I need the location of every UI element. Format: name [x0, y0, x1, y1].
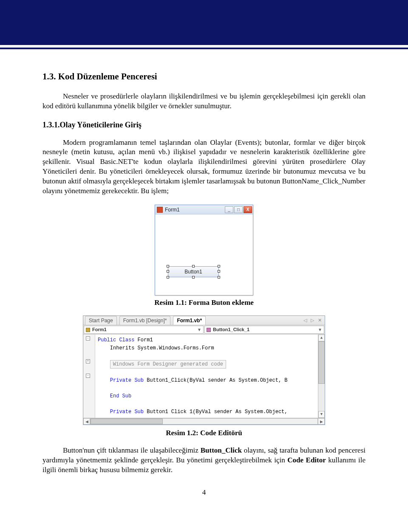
maximize-button[interactable]: □: [234, 206, 243, 213]
minimize-button[interactable]: _: [225, 206, 233, 213]
chevron-down-icon: ▼: [318, 327, 322, 333]
code-editor-window: Start Page Form1.vb [Design]* Form1.vb* …: [83, 315, 325, 425]
class-icon: [86, 328, 90, 332]
resize-handle[interactable]: [192, 276, 195, 279]
form1-design-surface[interactable]: Button1: [155, 214, 253, 295]
section-title: 1.3. Kod Düzenleme Penceresi: [42, 70, 366, 82]
figure-1-caption: Resim 1.1: Forma Buton ekleme: [42, 298, 366, 308]
code-text: Form1: [134, 337, 153, 343]
resize-handle[interactable]: [218, 265, 220, 267]
figure-2-caption: Resim 1.2: Code Editörü: [42, 428, 366, 438]
method-selector-label: Button1_Click_1: [213, 327, 249, 333]
vscroll-thumb[interactable]: [318, 341, 325, 384]
code-keyword: Private Sub: [98, 377, 144, 383]
tab-code[interactable]: Form1.vb*: [173, 316, 206, 325]
code-region[interactable]: Windows Form Designer generated code: [110, 360, 226, 369]
form1-window: Form1 _ □ X Button1: [155, 205, 253, 296]
code-body[interactable]: - + - ▲ ▼ Public Class Form1 Inherits Sy…: [83, 335, 325, 418]
header-band: [0, 0, 408, 45]
resize-handle[interactable]: [192, 265, 195, 267]
outline-expand-icon[interactable]: +: [86, 359, 90, 363]
method-icon: [207, 328, 211, 332]
code-keyword: Private Sub: [98, 409, 144, 415]
code-lines: Public Class Form1 Inherits System.Windo…: [98, 336, 324, 416]
page-number: 4: [42, 488, 366, 498]
class-selector-label: Form1: [92, 327, 107, 333]
tab-tools[interactable]: ◁ ▷ ✕: [303, 317, 323, 324]
resize-handle[interactable]: [167, 265, 169, 267]
subsection-body: Modern programlamanın temel taşlarından …: [42, 138, 366, 197]
chevron-down-icon: ▼: [197, 327, 201, 333]
tab-design[interactable]: Form1.vb [Design]*: [119, 316, 171, 325]
scroll-down-button[interactable]: ▼: [318, 411, 325, 418]
outline-collapse-icon[interactable]: -: [86, 336, 90, 341]
scroll-up-button[interactable]: ▲: [318, 335, 325, 341]
resize-handle[interactable]: [167, 276, 169, 279]
editor-tabstrip: Start Page Form1.vb [Design]* Form1.vb* …: [83, 316, 325, 325]
scroll-right-button[interactable]: ▶: [318, 418, 325, 425]
outline-collapse-icon[interactable]: -: [86, 374, 90, 378]
tab-start-page[interactable]: Start Page: [85, 316, 117, 325]
section-intro: Nesneler ve prosedürlerle olayların iliş…: [42, 92, 366, 111]
resize-handle[interactable]: [218, 276, 220, 279]
resize-handle[interactable]: [218, 270, 220, 273]
code-gutter: - + -: [83, 335, 95, 418]
form-icon: [157, 207, 163, 213]
figure-1-wrap: Form1 _ □ X Button1: [42, 205, 366, 296]
vertical-scrollbar[interactable]: ▲ ▼: [318, 335, 325, 418]
closing-paragraph: Button'nun çift tıklanması ile ulaşabile…: [42, 446, 366, 475]
code-text: Inherits System.Windows.Forms.Form: [98, 345, 214, 351]
vscroll-track[interactable]: [318, 341, 325, 411]
horizontal-scrollbar[interactable]: ◀ ▶: [83, 418, 325, 425]
code-text: Button1 Click 1(ByVal sender As System.O…: [144, 409, 287, 415]
page-content: 1.3. Kod Düzenleme Penceresi Nesneler ve…: [42, 49, 366, 515]
combo-row: Form1 ▼ Button1_Click_1 ▼: [83, 325, 325, 335]
hscroll-track[interactable]: [90, 418, 318, 425]
form1-title: Form1: [165, 206, 224, 213]
figure-2-wrap: Start Page Form1.vb [Design]* Form1.vb* …: [42, 315, 366, 426]
close-button[interactable]: X: [244, 206, 252, 213]
form1-titlebar: Form1 _ □ X: [155, 205, 253, 214]
code-keyword: Public Class: [98, 337, 134, 343]
method-selector[interactable]: Button1_Click_1 ▼: [204, 326, 324, 334]
resize-handle[interactable]: [167, 270, 169, 273]
scroll-left-button[interactable]: ◀: [83, 418, 90, 425]
class-selector[interactable]: Form1 ▼: [84, 326, 204, 334]
hscroll-thumb[interactable]: [91, 419, 163, 424]
code-text: Button1_Click(ByVal sender As System.Obj…: [144, 377, 287, 383]
subsection-title: 1.3.1.Olay Yöneticilerine Giriş: [42, 120, 366, 130]
code-keyword: End Sub: [98, 393, 131, 399]
